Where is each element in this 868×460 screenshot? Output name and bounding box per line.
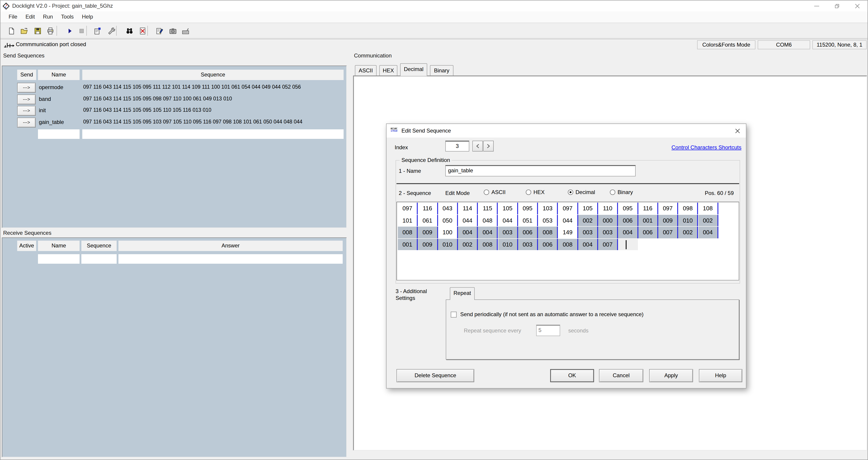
tab-decimal[interactable]: Decimal [400,63,427,76]
grid-cell[interactable]: 108 [698,203,718,214]
menu-edit[interactable]: Edit [22,11,39,23]
grid-cell[interactable]: 010 [678,214,698,226]
grid-cell[interactable]: 010 [438,238,458,250]
sequence-bytes[interactable]: 097 116 043 114 115 105 095 111 112 101 … [83,84,301,90]
grid-cell[interactable]: 000 [598,214,618,226]
grid-cell[interactable]: 002 [458,238,478,250]
grid-cell[interactable]: 004 [578,238,598,250]
empty-answer-cell[interactable] [119,254,343,264]
grid-cell[interactable]: 004 [618,227,638,238]
sequence-bytes[interactable]: 097 116 043 114 115 105 095 103 097 105 … [83,119,303,124]
send-row-button[interactable]: ---> [17,83,36,93]
menu-file[interactable]: File [4,11,22,23]
save-project-button[interactable] [32,25,43,37]
grid-cell[interactable]: 003 [598,227,618,238]
menu-run[interactable]: Run [39,11,57,23]
empty-name-cell[interactable] [38,254,80,264]
cancel-button[interactable]: Cancel [599,369,643,382]
edit-mode-decimal[interactable]: Decimal [568,189,610,195]
options-button[interactable] [106,25,117,37]
clear-communication-button[interactable] [137,25,148,37]
grid-cell[interactable]: 002 [678,227,698,238]
grid-cell[interactable]: 097 [558,203,578,214]
menu-help[interactable]: Help [78,11,97,23]
grid-cell[interactable]: 009 [418,227,438,238]
grid-cell[interactable]: 002 [578,214,598,226]
grid-cell[interactable]: 053 [538,214,558,226]
new-project-button[interactable] [6,25,17,37]
grid-cell[interactable]: 116 [418,203,438,214]
empty-sequence-cell[interactable] [82,130,344,139]
grid-cell[interactable]: 061 [418,214,438,226]
apply-button[interactable]: Apply [649,369,693,382]
edit-mode-ascii[interactable]: ASCII [484,189,526,195]
ok-button[interactable]: OK [550,369,594,382]
grid-cell[interactable]: 004 [698,227,718,238]
grid-cell[interactable]: 044 [558,214,578,226]
grid-cell[interactable]: 043 [438,203,458,214]
cursor-cell[interactable] [618,238,638,250]
grid-cell[interactable]: 105 [578,203,598,214]
grid-cell[interactable]: 006 [538,238,558,250]
status-port-settings[interactable]: 115200, None, 8, 1 [812,40,867,49]
grid-cell[interactable]: 105 [498,203,518,214]
status-com-port[interactable]: COM6 [758,40,810,49]
grid-cell[interactable]: 007 [598,238,618,250]
grid-cell[interactable]: 004 [458,227,478,238]
grid-cell[interactable]: 114 [458,203,478,214]
grid-cell[interactable]: 002 [698,214,718,226]
tab-binary[interactable]: Binary [430,65,454,76]
grid-cell[interactable]: 001 [398,238,418,250]
start-communication-button[interactable] [64,25,75,37]
grid-cell[interactable]: 008 [558,238,578,250]
print-button[interactable] [45,25,56,37]
sequence-bytes[interactable]: 097 116 043 114 115 105 095 105 110 105 … [83,108,211,113]
keyboard-console-button[interactable] [180,25,191,37]
grid-cell[interactable]: 115 [478,203,498,214]
index-input[interactable]: 3 [445,141,469,151]
snapshot-button[interactable] [167,25,178,37]
sequence-name-input[interactable]: gain_table [445,165,636,176]
grid-cell[interactable]: 006 [618,214,638,226]
open-project-button[interactable] [19,25,29,37]
grid-cell[interactable]: 001 [638,214,658,226]
grid-cell[interactable]: 003 [578,227,598,238]
grid-cell[interactable]: 095 [518,203,538,214]
grid-cell[interactable]: 095 [618,203,638,214]
close-button[interactable] [847,0,868,11]
grid-cell[interactable]: 003 [498,227,518,238]
sequence-name[interactable]: band [39,96,51,102]
dialog-close-button[interactable] [733,126,742,135]
grid-cell[interactable]: 048 [478,214,498,226]
tab-hex[interactable]: HEX [379,65,397,76]
next-sequence-button[interactable] [483,141,494,151]
edit-mode-hex[interactable]: HEX [526,189,568,195]
send-row-button[interactable]: ---> [17,94,36,104]
send-periodically-checkbox[interactable] [451,312,457,318]
sequence-bytes[interactable]: 097 116 043 114 115 105 095 098 097 110 … [83,96,232,101]
grid-cell[interactable]: 050 [438,214,458,226]
grid-cell[interactable]: 097 [658,203,678,214]
grid-cell[interactable]: 044 [458,214,478,226]
status-colors-fonts-mode[interactable]: Colors&Fonts Mode [697,40,755,49]
grid-cell[interactable]: 097 [398,203,418,214]
tab-ascii[interactable]: ASCII [355,65,377,76]
grid-cell[interactable]: 103 [538,203,558,214]
stop-communication-button[interactable] [76,25,87,37]
grid-cell[interactable]: 009 [658,214,678,226]
help-button[interactable]: Help [699,369,742,382]
empty-sequence-cell[interactable] [81,254,117,264]
grid-cell[interactable]: 008 [398,227,418,238]
grid-cell[interactable]: 003 [518,238,538,250]
sequence-name[interactable]: gain_table [39,119,64,125]
grid-cell[interactable]: 051 [518,214,538,226]
sequence-name[interactable]: init [39,108,46,114]
grid-cell[interactable]: 008 [478,238,498,250]
edit-mode-binary[interactable]: Binary [610,189,652,195]
previous-sequence-button[interactable] [472,141,483,151]
grid-cell[interactable]: 149 [558,227,578,238]
grid-cell[interactable]: 044 [498,214,518,226]
find-sequence-button[interactable] [124,25,135,37]
grid-cell[interactable]: 010 [498,238,518,250]
grid-cell[interactable]: 006 [638,227,658,238]
